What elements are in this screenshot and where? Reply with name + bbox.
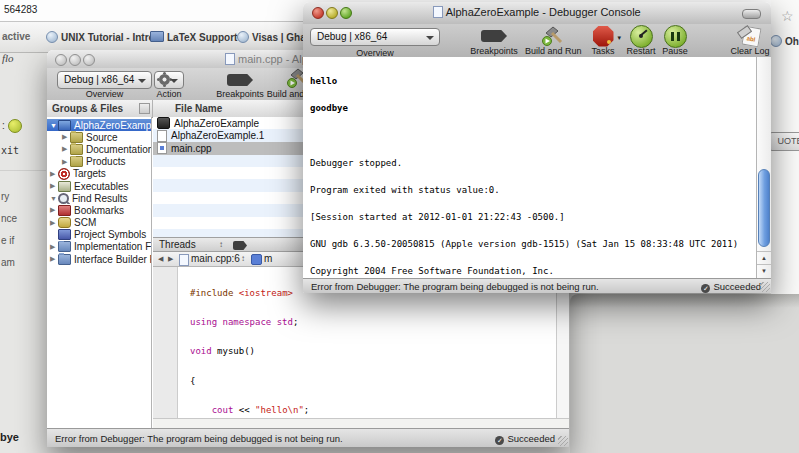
scroll-up-button[interactable]: ▲: [757, 251, 771, 265]
breakpoint-icon[interactable]: [233, 241, 247, 250]
file-line-popup[interactable]: main.cpp:6: [191, 253, 240, 264]
forward-button[interactable]: ▶: [168, 255, 173, 263]
globe-icon: [237, 31, 249, 43]
clear-log-button[interactable]: abl Clear Log: [727, 26, 771, 57]
project-icon: [58, 120, 71, 131]
sidebar-item-scm[interactable]: ▶SCM: [47, 217, 151, 229]
page-fragment: flo: [2, 52, 14, 64]
disclosure-triangle[interactable]: ▶: [50, 219, 58, 227]
breakpoint-icon: [481, 30, 507, 42]
zoom-button[interactable]: [340, 7, 352, 19]
sidebar-item-project-symbols[interactable]: Project Symbols: [47, 229, 151, 241]
title-bar: AlphaZeroExample - Debugger Console: [303, 2, 771, 25]
bookmark-unix-tutorial[interactable]: UNIX Tutorial - Intro: [46, 31, 155, 43]
disclosure-triangle[interactable]: ▼: [50, 195, 58, 202]
back-button[interactable]: ◀: [158, 255, 163, 263]
page-fragment: bye: [0, 431, 19, 443]
minimize-button[interactable]: [69, 54, 81, 66]
symbol-popup[interactable]: m: [264, 253, 272, 264]
bookmark-latex-support[interactable]: LaTeX Support: [150, 31, 237, 43]
folder-icon: [70, 156, 83, 167]
threads-popup[interactable]: Threads: [159, 239, 196, 250]
overview-popup[interactable]: Debug | x86_64: [310, 28, 440, 46]
disclosure-triangle[interactable]: ▶: [50, 255, 58, 263]
disclosure-triangle[interactable]: ▶: [62, 145, 70, 153]
bookmark-ohn[interactable]: Ohn: [770, 35, 799, 47]
pause-label: Pause: [659, 46, 691, 56]
pause-button[interactable]: Pause: [659, 26, 691, 57]
resize-grip[interactable]: [558, 436, 568, 446]
star-icon[interactable]: ☆: [781, 8, 794, 24]
divider: [0, 170, 46, 171]
status-message: Error from Debugger: The program being d…: [311, 281, 599, 292]
build-and-run-button[interactable]: Build and Run: [525, 26, 581, 57]
url-text[interactable]: 564283: [4, 4, 37, 15]
sidebar-item-interface-builder-files[interactable]: ▶Interface Builder Files: [47, 253, 151, 265]
close-button[interactable]: [312, 7, 324, 19]
page-fragment: e if: [1, 235, 14, 246]
disclosure-triangle[interactable]: ▶: [50, 206, 58, 214]
target-icon: [58, 168, 70, 180]
disclosure-triangle[interactable]: ▼: [50, 122, 58, 129]
disclosure-triangle[interactable]: ▶: [62, 133, 70, 141]
minimize-button[interactable]: [326, 7, 338, 19]
succeeded-icon: ✓: [495, 436, 504, 445]
folder-icon: [70, 132, 83, 143]
page-fragment: :: [2, 120, 5, 131]
restart-label: Restart: [623, 46, 659, 56]
console-line: GNU gdb 6.3.50-20050815 (Apple version g…: [310, 240, 754, 249]
sidebar-item-project[interactable]: ▼AlphaZeroExample: [47, 119, 151, 131]
disclosure-triangle[interactable]: ▶: [50, 170, 58, 178]
smiley-icon: [8, 119, 22, 133]
hammer-icon: [540, 26, 566, 46]
sidebar-item-documentation[interactable]: ▶Documentation: [47, 143, 151, 155]
cpp-file-icon: [157, 142, 167, 154]
window-title: main.cpp - Alph: [225, 53, 314, 65]
resize-grip[interactable]: [760, 282, 770, 292]
executable-icon: [58, 181, 71, 192]
globe-icon: [770, 35, 782, 47]
breakpoints-button[interactable]: Breakpoints: [465, 26, 523, 57]
clear-log-label: Clear Log: [727, 46, 771, 56]
popup-arrows-icon: ↕: [241, 254, 245, 263]
popup-arrows-icon: ↕: [219, 240, 223, 249]
sidebar-item-products[interactable]: ▶Products: [47, 156, 151, 168]
close-button[interactable]: [55, 54, 67, 66]
code-line: cout << "hello\n";: [190, 406, 320, 416]
scrollbar-thumb[interactable]: [758, 169, 770, 247]
symbol-icon: [251, 254, 262, 265]
tasks-button[interactable]: ▾ Tasks: [585, 26, 621, 57]
overview-popup[interactable]: Debug | x86_64: [57, 71, 152, 89]
disclosure-triangle[interactable]: ▶: [62, 158, 70, 166]
sidebar-item-targets[interactable]: ▶Targets: [47, 168, 151, 180]
disclosure-triangle[interactable]: ▶: [50, 182, 58, 190]
breakpoints-button[interactable]: [227, 74, 253, 86]
sidebar-item-executables[interactable]: ▶Executables: [47, 180, 151, 192]
console-output[interactable]: hello goodbye Debugger stopped. Program …: [310, 59, 754, 293]
sidebar-item-source[interactable]: ▶Source: [47, 131, 151, 143]
page-fragment: xit: [1, 145, 19, 156]
toolbar-toggle-button[interactable]: [742, 9, 761, 19]
bookmark-active[interactable]: active: [2, 31, 30, 42]
dropdown-arrow-icon: ▾: [617, 34, 621, 42]
action-button[interactable]: [154, 71, 184, 89]
restart-button[interactable]: Restart: [623, 26, 659, 57]
overview-label: Overview: [57, 89, 152, 99]
editor-horizontal-scrollbar[interactable]: [153, 418, 569, 428]
disclosure-triangle[interactable]: ▶: [50, 243, 58, 251]
splitter-icon[interactable]: [139, 103, 150, 114]
console-line: Program exited with status value:0.: [310, 186, 754, 195]
quote-button[interactable]: UOTE: [769, 132, 799, 151]
code-line: using namespace std;: [190, 318, 320, 328]
executable-file-icon: [157, 117, 170, 129]
status-bar: Error from Debugger: The program being d…: [47, 428, 569, 447]
file-name-header[interactable]: File Name: [175, 103, 222, 114]
scroll-down-button[interactable]: ▼: [757, 264, 771, 278]
sidebar-item-bookmarks[interactable]: ▶Bookmarks: [47, 204, 151, 216]
console-scrollbar[interactable]: ▲ ▼: [756, 57, 771, 278]
page-fragment: am: [1, 257, 15, 268]
sidebar-item-implementation-files[interactable]: ▶Implementation Files: [47, 241, 151, 253]
console-line: [310, 131, 754, 140]
zoom-button[interactable]: [83, 54, 95, 66]
sidebar-item-find-results[interactable]: ▼Find Results: [47, 192, 151, 204]
